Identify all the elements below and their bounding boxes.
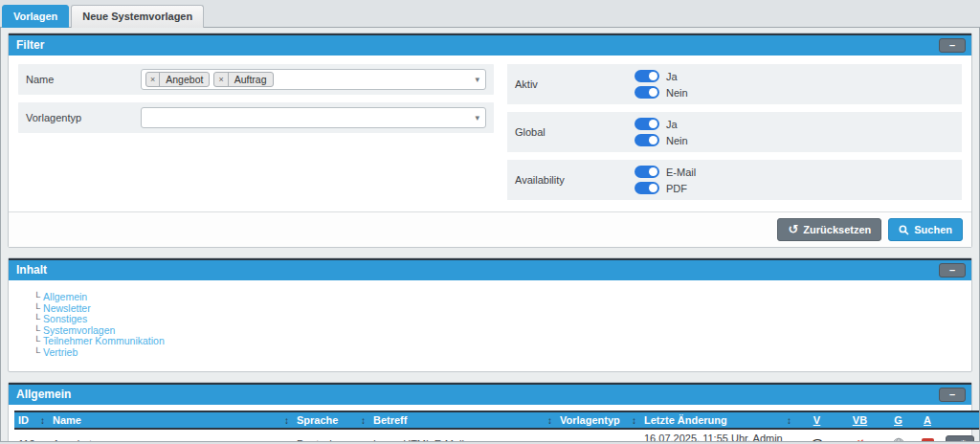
table-header-row: ID↕ Name↕ Sprache↕ Betreff↕ Vorlagentyp↕… [14,411,980,429]
tree-branch-icon: └ [33,336,40,346]
sort-icon: ↕ [40,415,45,426]
column-header-name[interactable]: Name↕ [49,411,293,429]
filter-row-name: Name × Angebot × Auftrag ▾ [18,64,494,95]
global-ja-option: Ja [635,118,688,130]
allgemein-panel: Allgemein – ID↕ Name↕ Sprache↕ Betreff↕ … [8,382,972,442]
inhalt-link-newsletter[interactable]: Newsletter [43,302,91,314]
cell-a [915,429,940,442]
remove-tag-icon[interactable]: × [146,73,160,86]
reset-button-label: Zurücksetzen [803,224,871,235]
name-tag-auftrag[interactable]: × Auftrag [213,72,273,87]
column-header-a[interactable]: A [915,411,940,429]
toggle-label: Ja [666,71,678,82]
email-at-icon: @ [811,436,824,442]
aktiv-ja-toggle[interactable] [635,70,659,82]
list-item: └Vertrieb [33,347,962,359]
column-header-g[interactable]: G [881,411,915,429]
sort-icon: ↕ [632,415,636,426]
reset-icon: ↺ [788,225,798,234]
availability-pdf-option: PDF [635,182,696,194]
reset-button[interactable]: ↺ Zurücksetzen [777,218,881,241]
list-item: └Systemvorlagen [33,325,962,337]
column-header-vorlagentyp[interactable]: Vorlagentyp↕ [556,411,640,429]
inhalt-link-vertrieb[interactable]: Vertrieb [43,346,78,358]
inhalt-panel: Inhalt – └Allgemein └Newsletter └Sonstig… [8,257,972,372]
toggle-label: E-Mail [666,166,696,178]
list-item: └Sonstiges [33,314,962,325]
column-header-v[interactable]: V [795,411,838,429]
filter-collapse-button[interactable]: – [939,38,966,53]
aktiv-ja-option: Ja [635,70,688,82]
toggle-label: Ja [666,119,678,130]
aktiv-label: Aktiv [515,78,635,90]
tab-bar: Vorlagen Neue Systemvorlagen [0,0,980,27]
chevron-down-icon: ▾ [475,75,479,84]
column-header-betreff[interactable]: Betreff↕ [369,411,556,429]
search-button[interactable]: Suchen [888,218,963,241]
tree-branch-icon: └ [33,303,40,314]
aktiv-nein-option: Nein [635,86,688,99]
inhalt-link-sonstiges[interactable]: Sonstiges [43,313,87,324]
cell-actions: ·⚙ [940,429,980,442]
allgemein-panel-title: Allgemein [16,388,71,401]
inhalt-link-systemvorlagen[interactable]: Systemvorlagen [43,324,115,336]
column-header-actions [940,411,980,429]
availability-label: Availability [515,174,635,186]
chevron-down-icon: ▾ [475,113,479,122]
filter-panel-header: Filter – [9,33,971,56]
templates-table: ID↕ Name↕ Sprache↕ Betreff↕ Vorlagentyp↕… [14,411,980,442]
inhalt-link-teilnehmer-kommunikation[interactable]: Teilnehmer Kommunikation [43,335,165,346]
cell-v: @ [795,429,838,442]
tag-label: Auftrag [229,73,273,86]
dot-icon: · [952,440,955,443]
vorlagentyp-filter-label: Vorlagentyp [26,112,141,123]
gear-icon: ⚙ [959,438,969,443]
column-header-sprache[interactable]: Sprache↕ [293,411,369,429]
cell-vorlagentyp [556,429,640,442]
cell-g [881,429,915,442]
filter-left-column: Name × Angebot × Auftrag ▾ Vor [18,64,494,141]
list-item: └Newsletter [33,303,962,315]
availability-pdf-toggle[interactable] [635,182,659,194]
cross-icon: ✗ [855,437,865,443]
tree-branch-icon: └ [33,325,40,336]
vorlagentyp-select[interactable]: ▾ [141,107,486,128]
name-multiselect[interactable]: × Angebot × Auftrag ▾ [141,69,486,90]
tree-branch-icon: └ [33,347,40,358]
filter-panel-title: Filter [16,38,44,52]
search-icon [899,225,909,235]
cell-sprache: Deutsch [293,429,369,442]
column-header-vb[interactable]: VB [838,411,881,429]
toggle-label: Nein [666,87,688,99]
inhalt-panel-header: Inhalt – [9,258,971,280]
inhalt-body: └Allgemein └Newsletter └Sonstiges └Syste… [9,280,971,371]
cell-letzte-aenderung: 16.07.2025, 11:55 Uhr, Admin celanio [640,429,795,442]
name-tag-angebot[interactable]: × Angebot [145,72,210,87]
templates-table-wrap: ID↕ Name↕ Sprache↕ Betreff↕ Vorlagentyp↕… [9,405,971,442]
row-actions-button[interactable]: ·⚙ [946,435,975,443]
inhalt-collapse-button[interactable]: – [939,263,966,278]
allgemein-collapse-button[interactable]: – [939,388,966,402]
sort-icon: ↕ [787,415,791,426]
aktiv-nein-toggle[interactable] [635,86,659,99]
column-header-letzte-aenderung[interactable]: Letzte Änderung↕ [640,411,795,429]
remove-tag-icon[interactable]: × [214,73,228,86]
filter-group-availability: Availability E-Mail PDF [507,160,962,200]
global-ja-toggle[interactable] [635,118,659,130]
cell-vb: ✗ [838,429,881,442]
inhalt-link-allgemein[interactable]: Allgemein [43,291,87,302]
filter-panel: Filter – Name × Angebot × Auftrag [8,33,972,248]
filter-right-column: Aktiv Ja Nein Global [507,64,962,208]
inhalt-panel-title: Inhalt [16,263,47,277]
tab-neue-systemvorlagen[interactable]: Neue Systemvorlagen [71,5,204,28]
filter-group-aktiv: Aktiv Ja Nein [507,64,962,104]
globe-icon [892,437,905,442]
tab-vorlagen[interactable]: Vorlagen [2,5,69,28]
column-header-id[interactable]: ID↕ [14,411,49,429]
table-row: 112 Angebot Deutsch Leere HTML E-Mail 16… [14,429,980,442]
sort-icon: ↕ [361,415,366,426]
tree-branch-icon: └ [33,314,40,324]
tag-label: Angebot [160,73,209,86]
global-nein-toggle[interactable] [635,134,659,146]
availability-email-toggle[interactable] [635,166,659,178]
